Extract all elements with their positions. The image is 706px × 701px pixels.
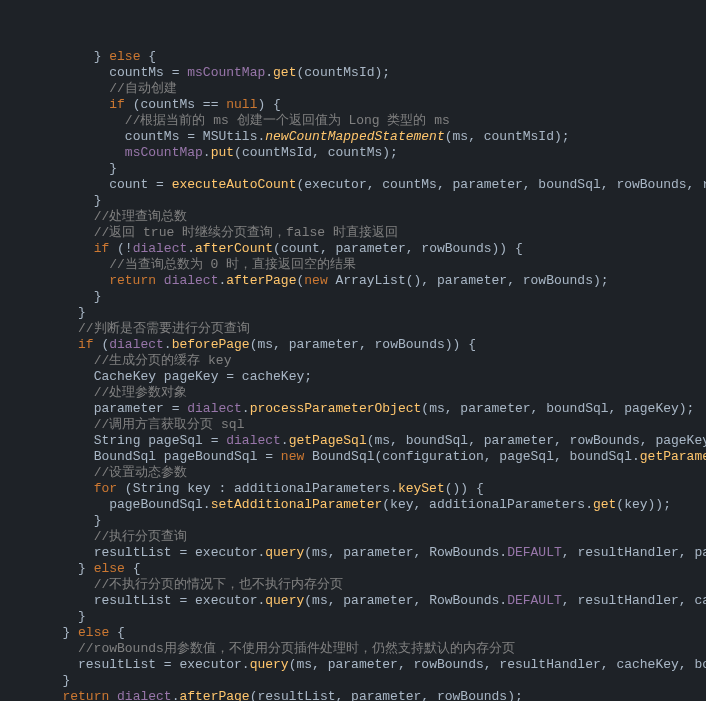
code-line[interactable]: //生成分页的缓存 key [0, 353, 706, 369]
code-line[interactable]: parameter = dialect.processParameterObje… [0, 401, 706, 417]
token-pn: , [679, 657, 695, 672]
code-line[interactable]: for (String key : additionalParameters.k… [0, 481, 706, 497]
token-id: resultList = executor. [94, 593, 266, 608]
code-line[interactable]: resultList = executor.query(ms, paramete… [0, 657, 706, 673]
token-pn: , [437, 177, 453, 192]
code-line[interactable]: } else { [0, 625, 706, 641]
code-line[interactable]: } [0, 161, 706, 177]
token-pn: , [640, 433, 656, 448]
token-pn: ( [367, 433, 375, 448]
token-mth: query [265, 545, 304, 560]
code-line[interactable]: BoundSql pageBoundSql = new BoundSql(con… [0, 449, 706, 465]
code-line[interactable]: //处理查询总数 [0, 209, 706, 225]
code-editor[interactable]: } else { countMs = msCountMap.get(countM… [0, 48, 706, 701]
token-pn: ( [421, 401, 429, 416]
code-line[interactable]: CacheKey pageKey = cacheKey; [0, 369, 706, 385]
token-fld: DEFAULT [507, 593, 562, 608]
token-cmt: //rowBounds用参数值，不使用分页插件处理时，仍然支持默认的内存分页 [78, 641, 515, 656]
token-id: countMs = [109, 65, 187, 80]
code-line[interactable]: pageBoundSql.setAdditionalParameter(key,… [0, 497, 706, 513]
token-kw: if [78, 337, 101, 352]
token-stc: newCountMappedStatement [265, 129, 444, 144]
code-line[interactable]: resultList = executor.query(ms, paramete… [0, 593, 706, 609]
code-line[interactable]: return dialect.afterPage(resultList, par… [0, 689, 706, 701]
code-line[interactable]: //设置动态参数 [0, 465, 706, 481]
code-line[interactable]: //根据当前的 ms 创建一个返回值为 Long 类型的 ms [0, 113, 706, 129]
code-line[interactable]: msCountMap.put(countMsId, countMs); [0, 145, 706, 161]
token-pn: , [523, 177, 539, 192]
token-id: boundSql [694, 657, 706, 672]
token-pn: , [414, 593, 430, 608]
code-line[interactable]: } [0, 673, 706, 689]
token-mth: get [273, 65, 296, 80]
token-pn: { [140, 49, 156, 64]
code-line[interactable]: count = executeAutoCount(executor, count… [0, 177, 706, 193]
code-line[interactable]: countMs = msCountMap.get(countMsId); [0, 65, 706, 81]
code-line[interactable]: if (dialect.beforePage(ms, parameter, ro… [0, 337, 706, 353]
code-line[interactable]: } [0, 193, 706, 209]
code-line[interactable]: resultList = executor.query(ms, paramete… [0, 545, 706, 561]
token-id: configuration [382, 449, 483, 464]
code-line[interactable]: } else { [0, 561, 706, 577]
token-pn: , [273, 337, 289, 352]
token-id: parameter [460, 401, 530, 416]
token-pn: , [679, 545, 695, 560]
token-id: rowBounds [616, 177, 686, 192]
token-pn: } [94, 49, 110, 64]
code-line[interactable]: if (!dialect.afterCount(count, parameter… [0, 241, 706, 257]
token-pn: , [367, 177, 383, 192]
token-id: parameter [289, 337, 359, 352]
token-pn: , [328, 545, 344, 560]
token-mth: processParameterObject [250, 401, 422, 416]
code-line[interactable]: //不执行分页的情况下，也不执行内存分页 [0, 577, 706, 593]
token-id: key [390, 497, 413, 512]
token-id: RowBounds. [429, 593, 507, 608]
code-line[interactable]: //自动创建 [0, 81, 706, 97]
code-line[interactable]: //调用方言获取分页 sql [0, 417, 706, 433]
code-line[interactable]: countMs = MSUtils.newCountMappedStatemen… [0, 129, 706, 145]
token-pn: , [601, 177, 617, 192]
code-line[interactable]: String pageSql = dialect.getPageSql(ms, … [0, 433, 706, 449]
token-id: pageSql [499, 449, 554, 464]
token-id: countMs [328, 145, 383, 160]
token-id: CacheKey pageKey = cacheKey; [94, 369, 312, 384]
code-line[interactable]: //返回 true 时继续分页查询，false 时直接返回 [0, 225, 706, 241]
code-line[interactable]: //处理参数对象 [0, 385, 706, 401]
token-pn: , [312, 145, 328, 160]
code-line[interactable]: } [0, 513, 706, 529]
token-id: parameter [336, 241, 406, 256]
token-pn: , [484, 449, 500, 464]
code-line[interactable]: if (countMs == null) { [0, 97, 706, 113]
code-line[interactable]: //判断是否需要进行分页查询 [0, 321, 706, 337]
token-pn: , [336, 689, 352, 701]
token-pn: ( [304, 593, 312, 608]
token-id: resultList = executor. [78, 657, 250, 672]
code-line[interactable]: //当查询总数为 0 时，直接返回空的结果 [0, 257, 706, 273]
token-mth: afterCount [195, 241, 273, 256]
token-id: key [624, 497, 647, 512]
code-line[interactable]: } [0, 305, 706, 321]
code-line[interactable]: //执行分页查询 [0, 529, 706, 545]
code-line[interactable]: } [0, 609, 706, 625]
token-id: ms [312, 593, 328, 608]
token-id: ms [453, 129, 469, 144]
token-id: pageBoundSql. [109, 497, 210, 512]
token-id: resultHandler [577, 545, 678, 560]
code-line[interactable]: //rowBounds用参数值，不使用分页插件处理时，仍然支持默认的内存分页 [0, 641, 706, 657]
code-line[interactable]: return dialect.afterPage(new ArrayList()… [0, 273, 706, 289]
code-line[interactable]: } else { [0, 49, 706, 65]
token-pn: } [78, 609, 86, 624]
token-id: count = [109, 177, 171, 192]
token-pn: ); [507, 689, 523, 701]
token-pn: { [109, 625, 125, 640]
token-pn: , [554, 449, 570, 464]
token-id: RowBounds. [429, 545, 507, 560]
token-pn: ( [304, 545, 312, 560]
token-pn: { [125, 561, 141, 576]
token-fld: dialect [109, 337, 164, 352]
code-line[interactable]: } [0, 289, 706, 305]
token-mth: query [250, 657, 289, 672]
token-pn: ); [593, 273, 609, 288]
token-pn: , [609, 401, 625, 416]
token-pn: )) { [445, 337, 476, 352]
